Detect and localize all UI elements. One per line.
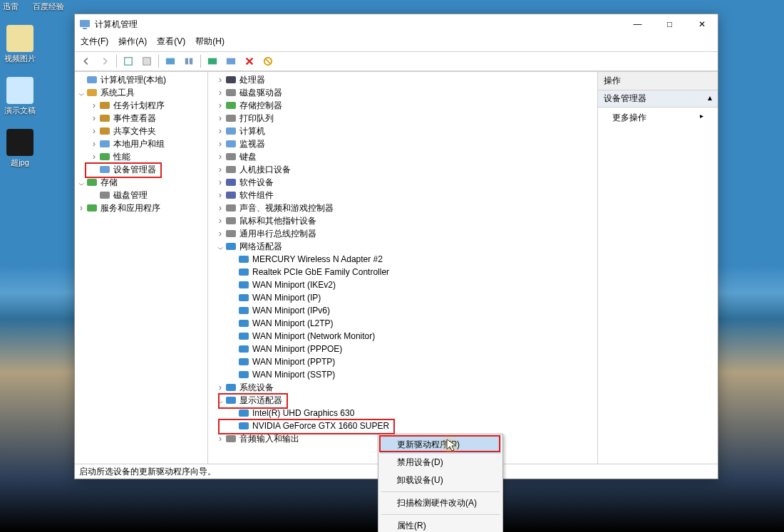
menu-action[interactable]: 操作(A) (118, 36, 147, 50)
tree-item[interactable]: 系统工具 (75, 86, 207, 99)
tree-item[interactable]: 显示适配器 (208, 394, 597, 407)
tree-item[interactable]: 服务和应用程序 (75, 202, 207, 214)
tree-item[interactable]: WAN Miniport (L2TP) (208, 317, 597, 330)
expand-icon[interactable] (215, 165, 225, 174)
view-button[interactable] (162, 53, 179, 69)
expand-icon[interactable] (215, 434, 225, 444)
tree-item[interactable]: 鼠标和其他指针设备 (208, 214, 597, 227)
tree-item[interactable]: MERCURY Wireless N Adapter #2 (208, 253, 597, 266)
tree-item[interactable]: 通用串行总线控制器 (208, 227, 597, 240)
expand-icon[interactable] (215, 229, 225, 239)
expand-icon[interactable] (215, 139, 225, 149)
desktop-icon-0[interactable]: 视频图片 (3, 25, 37, 64)
collapse-icon[interactable] (76, 88, 86, 98)
expand-icon[interactable] (215, 382, 225, 392)
tree-item[interactable]: 打印队列 (208, 112, 597, 125)
tree-item[interactable]: WAN Miniport (IP) (208, 291, 597, 304)
tree-item[interactable]: WAN Miniport (PPPOE) (208, 343, 597, 355)
refresh-button[interactable] (204, 53, 221, 69)
titlebar[interactable]: 计算机管理 — □ ✕ (75, 14, 718, 34)
desktop-icon-2[interactable]: 超jpg (3, 129, 37, 168)
desktop-label-0[interactable]: 迅雷 (3, 1, 19, 12)
context-menu-item[interactable]: 卸载设备(U) (380, 471, 501, 489)
expand-icon[interactable] (215, 113, 225, 123)
tree-item[interactable]: 设备管理器 (75, 163, 207, 176)
tree-item[interactable]: Intel(R) UHD Graphics 630 (208, 407, 597, 419)
svg-rect-44 (239, 371, 249, 378)
tree-item-label: 网络适配器 (239, 241, 282, 253)
expand-icon[interactable] (76, 203, 86, 213)
tree-item[interactable]: 计算机 (208, 125, 597, 137)
tree-item[interactable]: NVIDIA GeForce GTX 1660 SUPER (208, 419, 597, 432)
expand-icon[interactable] (215, 177, 225, 187)
collapse-icon[interactable] (76, 177, 86, 187)
expand-icon[interactable] (215, 152, 225, 162)
context-menu-item[interactable]: 扫描检测硬件改动(A) (380, 494, 501, 512)
props-button[interactable] (138, 53, 155, 69)
expand-icon[interactable] (215, 203, 225, 213)
tree-item[interactable]: 存储控制器 (208, 99, 597, 112)
context-menu-item[interactable]: 更新驱动程序(P) (380, 436, 501, 454)
tree-item-label: WAN Miniport (L2TP) (252, 318, 334, 328)
forward-button[interactable] (96, 53, 113, 69)
tree-item[interactable]: 软件设备 (208, 176, 597, 189)
desktop-label-1[interactable]: 百度经验 (33, 1, 64, 12)
collapse-icon[interactable] (215, 241, 225, 251)
tree-item[interactable]: 键盘 (208, 150, 597, 163)
menu-view[interactable]: 查看(V) (157, 36, 185, 50)
maximize-button[interactable]: □ (654, 14, 686, 34)
tree-item[interactable]: 本地用户和组 (75, 137, 207, 150)
tree-item[interactable]: 事件查看器 (75, 112, 207, 125)
expand-icon[interactable] (215, 126, 225, 136)
tree-item[interactable]: WAN Miniport (IPv6) (208, 304, 597, 317)
tree-item[interactable]: 网络适配器 (208, 240, 597, 253)
expand-icon[interactable] (215, 75, 225, 85)
tree-item-label: 计算机管理(本地) (100, 74, 166, 86)
tree-item[interactable]: Realtek PCIe GbE Family Controller (208, 266, 597, 278)
collapse-icon[interactable] (215, 395, 225, 405)
desktop-icon-1[interactable]: 演示文稿 (3, 77, 37, 116)
tree-item[interactable]: WAN Miniport (PPTP) (208, 355, 597, 368)
tree-item[interactable]: 计算机管理(本地) (75, 73, 207, 86)
tree-item[interactable]: 性能 (75, 150, 207, 163)
device-tree-panel[interactable]: 处理器磁盘驱动器存储控制器打印队列计算机监视器键盘人机接口设备软件设备软件组件声… (208, 72, 598, 464)
tree-item[interactable]: 共享文件夹 (75, 125, 207, 137)
help-button[interactable] (180, 53, 197, 69)
tree-item[interactable]: 磁盘管理 (75, 189, 207, 202)
tree-item[interactable]: 处理器 (208, 73, 597, 86)
up-button[interactable] (120, 53, 137, 69)
actions-section[interactable]: 设备管理器▴ (598, 90, 718, 108)
tree-item[interactable]: WAN Miniport (Network Monitor) (208, 330, 597, 343)
tree-item[interactable]: 监视器 (208, 137, 597, 150)
expand-icon[interactable] (89, 139, 99, 149)
more-actions-link[interactable]: 更多操作 (598, 108, 718, 128)
scan-button[interactable] (222, 53, 239, 69)
expand-icon[interactable] (215, 216, 225, 226)
tree-item[interactable]: 人机接口设备 (208, 163, 597, 176)
expand-icon[interactable] (215, 100, 225, 110)
tree-item[interactable]: 任务计划程序 (75, 99, 207, 112)
expand-icon[interactable] (215, 88, 225, 98)
expand-icon[interactable] (89, 126, 99, 136)
tree-item[interactable]: 系统设备 (208, 381, 597, 394)
enable-button[interactable] (259, 53, 277, 69)
expand-icon[interactable] (215, 190, 225, 200)
tree-item[interactable]: WAN Miniport (SSTP) (208, 368, 597, 381)
tree-item[interactable]: 存储 (75, 176, 207, 189)
left-tree-panel[interactable]: 计算机管理(本地)系统工具任务计划程序事件查看器共享文件夹本地用户和组性能设备管… (75, 72, 208, 464)
remove-button[interactable] (241, 53, 258, 69)
context-menu-item[interactable]: 属性(R) (380, 517, 501, 532)
menu-file[interactable]: 文件(F) (81, 36, 108, 50)
tree-item[interactable]: 软件组件 (208, 189, 597, 202)
menu-help[interactable]: 帮助(H) (195, 36, 225, 50)
context-menu-item[interactable]: 禁用设备(D) (380, 454, 501, 471)
expand-icon[interactable] (89, 113, 99, 123)
tree-item[interactable]: 声音、视频和游戏控制器 (208, 202, 597, 214)
back-button[interactable] (78, 53, 95, 69)
expand-icon[interactable] (89, 152, 99, 162)
minimize-button[interactable]: — (621, 14, 654, 34)
tree-item[interactable]: WAN Miniport (IKEv2) (208, 278, 597, 291)
close-button[interactable]: ✕ (686, 14, 718, 34)
expand-icon[interactable] (89, 100, 99, 110)
tree-item[interactable]: 磁盘驱动器 (208, 86, 597, 99)
